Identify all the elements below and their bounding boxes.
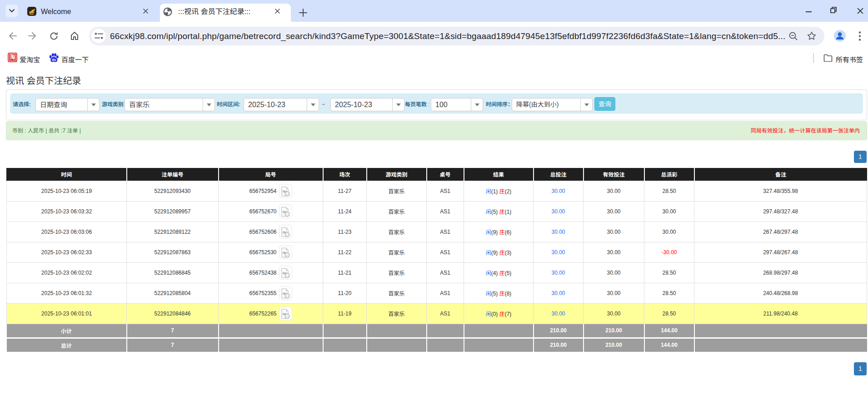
- svg-text:du: du: [52, 58, 56, 62]
